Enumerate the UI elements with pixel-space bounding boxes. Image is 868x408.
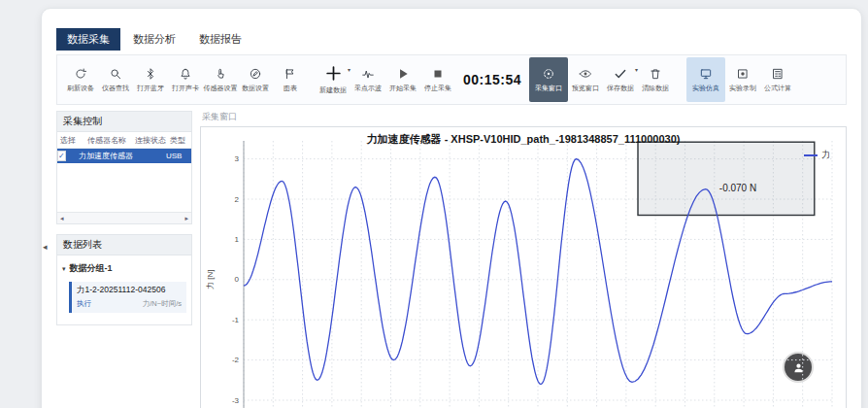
eye-icon <box>579 67 592 82</box>
tree-expand-icon[interactable]: ▾ <box>62 265 66 273</box>
sensor-table-header: 选择传感器名称连接状态类型 <box>57 132 191 149</box>
experiment-record-button[interactable]: 实验录制 <box>725 57 760 102</box>
play-icon <box>396 67 410 82</box>
toolbar-button-label: 开始采集 <box>389 84 417 93</box>
sensor-table-scrollbar[interactable]: ◂ ▸ <box>57 212 191 223</box>
monitor-icon <box>699 67 713 82</box>
refresh-icon <box>74 67 87 82</box>
open-bluetooth-button[interactable]: 打开蓝牙 <box>133 57 168 102</box>
selection-region[interactable] <box>638 142 815 215</box>
toolbar-button-label: 采点示波 <box>354 84 382 93</box>
main-area: 采集窗口 力加速度传感器 - XHSP-V10HID_path_-1981348… <box>200 111 847 408</box>
collect-window-label: 采集窗口 <box>202 111 847 123</box>
data-settings-button[interactable]: 数据设置 <box>238 57 273 102</box>
column-header: 选择 <box>57 135 79 146</box>
tab-data-report[interactable]: 数据报告 <box>188 28 252 51</box>
preview-window-button[interactable]: 预览窗口 <box>568 57 603 102</box>
bell-icon <box>179 67 192 82</box>
data-group-label: 数据分组-1 <box>70 262 113 275</box>
plus-icon <box>324 64 343 84</box>
main-tabs: 数据采集数据分析数据报告 <box>42 9 861 51</box>
sensor-checkbox[interactable]: ✓ <box>57 151 66 161</box>
svg-text:-2: -2 <box>232 356 240 364</box>
scroll-right-icon[interactable]: ▸ <box>184 215 188 222</box>
toolbar-button-label: 采集窗口 <box>535 84 562 93</box>
touch-icon <box>214 67 227 82</box>
column-header: 连接状态 <box>135 135 166 146</box>
search-icon <box>109 67 122 82</box>
force-chart[interactable]: 3210-1-2-3力 [N]-0.070 N <box>201 141 846 408</box>
instrument-search-button[interactable]: 仪器查找 <box>98 57 133 102</box>
stop-icon <box>431 67 445 82</box>
toolbar-button-label: 实验仿真 <box>692 84 719 93</box>
scroll-left-icon[interactable]: ◂ <box>60 215 64 222</box>
tab-data-analysis[interactable]: 数据分析 <box>122 28 186 51</box>
point-sample-button[interactable]: 采点示波 <box>351 57 385 102</box>
app-window: 数据采集数据分析数据报告 刷新设备仪器查找打开蓝牙打开声卡传感器设置数据设置图表… <box>41 8 862 408</box>
column-header: 类型 <box>166 135 189 146</box>
svg-text:1: 1 <box>235 235 240 244</box>
data-group-row[interactable]: ▾ 数据分组-1 <box>62 262 186 275</box>
data-item-status: 执行 <box>77 299 91 309</box>
sensor-table: 选择传感器名称连接状态类型 ✓力加速度传感器USB ◂ ▸ <box>56 132 192 224</box>
legend-line-icon <box>804 154 818 156</box>
toolbar-button-label: 实验录制 <box>729 84 756 93</box>
svg-text:2: 2 <box>235 195 240 204</box>
flag-icon <box>284 67 297 82</box>
chart-legend: 力 <box>804 149 830 161</box>
collect-timer: 00:15:54 <box>463 72 521 87</box>
panel-collapse-arrow[interactable]: ◂ <box>43 242 48 252</box>
toolbar-button-label: 预览窗口 <box>572 84 599 93</box>
data-list-header: 数据列表 <box>56 234 192 255</box>
stop-collect-button[interactable]: 停止采集 <box>420 57 455 102</box>
toolbar-button-label: 停止采集 <box>424 84 451 93</box>
legend-series-label: 力 <box>821 149 830 161</box>
svg-text:0: 0 <box>235 275 240 284</box>
svg-text:-1: -1 <box>232 316 240 324</box>
toolbar-button-label: 新建数据 <box>319 85 347 95</box>
toolbar-button-label: 打开声卡 <box>172 84 199 93</box>
svg-text:力 [N]: 力 [N] <box>206 270 215 289</box>
formula-calc-button[interactable]: 公式计算 <box>760 57 795 102</box>
new-data-button[interactable]: ▾新建数据 <box>316 57 351 102</box>
start-collect-button[interactable]: 开始采集 <box>385 57 420 102</box>
toolbar-button-label: 刷新设备 <box>67 84 94 93</box>
toolbar-button-label: 保存数据 <box>607 84 634 93</box>
toolbar-button-label: 仪器查找 <box>102 84 129 93</box>
selection-value-label: -0.070 N <box>719 183 756 193</box>
save-data-button[interactable]: ▾保存数据 <box>603 57 638 102</box>
data-list: ▾ 数据分组-1 力1-2-20251112-042506 执行 力/N~时间/… <box>56 255 192 325</box>
wave-icon <box>361 67 375 82</box>
toolbar-button-label: 传感器设置 <box>204 84 238 93</box>
collect-control-header: 采集控制 <box>56 111 192 132</box>
sensor-row[interactable]: ✓力加速度传感器USB <box>57 149 191 163</box>
chart-view-button[interactable]: 图表 <box>273 57 308 102</box>
toolbar-button-label: 打开蓝牙 <box>137 84 164 93</box>
chart-panel: 力加速度传感器 - XHSP-V10HID_path_-1981348857_1… <box>200 126 847 408</box>
toolbar-button-label: 图表 <box>284 84 297 93</box>
chart-title: 力加速度传感器 - XHSP-V10HID_path_-1981348857_1… <box>201 127 846 147</box>
clear-data-button[interactable]: 清除数据 <box>638 57 673 102</box>
bluetooth-icon <box>144 67 157 82</box>
collect-window-button[interactable]: 采集窗口 <box>529 57 568 102</box>
svg-text:-3: -3 <box>232 396 240 405</box>
sensor-type: USB <box>166 152 189 160</box>
sensor-name: 力加速度传感器 <box>79 151 135 161</box>
trash-icon <box>649 67 662 82</box>
sensor-settings-button[interactable]: 传感器设置 <box>203 57 238 102</box>
toolbar-button-label: 清除数据 <box>642 84 669 93</box>
target-icon <box>542 67 555 82</box>
record-icon <box>736 67 750 82</box>
open-soundcard-button[interactable]: 打开声卡 <box>168 57 203 102</box>
content-area: 采集控制 选择传感器名称连接状态类型 ✓力加速度传感器USB ◂ ▸ 数据列表 … <box>56 111 847 408</box>
data-item-axes: 力/N~时间/s <box>143 299 182 309</box>
experiment-sim-button[interactable]: 实验仿真 <box>686 57 725 102</box>
calc-icon <box>771 67 785 82</box>
column-header: 传感器名称 <box>79 135 135 146</box>
toolbar: 刷新设备仪器查找打开蓝牙打开声卡传感器设置数据设置图表▾新建数据采点示波开始采集… <box>56 54 847 105</box>
tab-data-collection[interactable]: 数据采集 <box>56 28 120 51</box>
pencil-icon <box>249 67 262 82</box>
refresh-device-button[interactable]: 刷新设备 <box>63 57 98 102</box>
check-icon <box>614 67 627 82</box>
data-list-item[interactable]: 力1-2-20251112-042506 执行 力/N~时间/s <box>69 282 186 313</box>
